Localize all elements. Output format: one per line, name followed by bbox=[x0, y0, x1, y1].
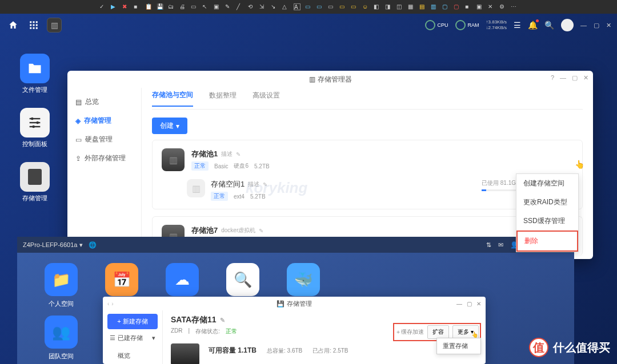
vm-icon[interactable]: ▭ bbox=[191, 3, 198, 10]
filesystem: ext4 bbox=[234, 193, 245, 200]
ctx-ssd-cache[interactable]: SSD缓存管理 bbox=[516, 212, 578, 230]
vm-icon[interactable]: ▢ bbox=[442, 3, 449, 10]
maximize-icon[interactable]: ▢ bbox=[572, 74, 578, 82]
minimize-icon[interactable]: — bbox=[456, 301, 462, 307]
cache-accel[interactable]: ＋缓存加速 bbox=[395, 328, 424, 336]
maximize-icon[interactable]: ▢ bbox=[594, 22, 599, 29]
chevron-down-icon[interactable]: ▾ bbox=[79, 241, 83, 249]
avatar[interactable] bbox=[561, 19, 574, 31]
vm-icon[interactable]: ↘ bbox=[271, 3, 278, 10]
edit-icon[interactable]: ✎ bbox=[263, 181, 267, 188]
apps-icon[interactable] bbox=[26, 18, 41, 33]
vm-icon[interactable]: ◨ bbox=[385, 3, 392, 10]
vm-icon[interactable]: ▣ bbox=[476, 3, 483, 10]
vm-icon[interactable]: ■ bbox=[134, 3, 141, 10]
vm-icon[interactable]: ▤ bbox=[419, 3, 426, 10]
app-icon: 📅 bbox=[105, 263, 138, 296]
help-icon[interactable]: ? bbox=[551, 74, 554, 82]
globe-icon[interactable]: 🌐 bbox=[89, 241, 97, 249]
vm-icon[interactable]: ⇲ bbox=[259, 3, 266, 10]
space-desc: 描述 bbox=[248, 180, 259, 188]
tab-pool-space[interactable]: 存储池与空间 bbox=[152, 90, 193, 107]
pool-disk-icon: ▥ bbox=[162, 148, 185, 171]
new-storage-button[interactable]: + 新建存储 bbox=[107, 314, 158, 329]
back-icon[interactable]: ‹ bbox=[107, 301, 109, 307]
dock-storage-manager[interactable]: 存储管理 bbox=[20, 162, 50, 203]
vm-icon[interactable]: ▣ bbox=[214, 3, 221, 10]
chevron-down-icon: ▾ bbox=[152, 334, 155, 342]
notification-icon[interactable]: 🔔 bbox=[528, 21, 538, 30]
cursor-pointer-icon: 👆 bbox=[471, 331, 478, 338]
vm-icon[interactable]: ╱ bbox=[237, 3, 243, 10]
vm-icon[interactable]: ▭ bbox=[305, 3, 312, 10]
vm-icon[interactable]: ◧ bbox=[374, 3, 380, 10]
vm-icon[interactable]: 🗂 bbox=[168, 3, 175, 10]
nav-disk[interactable]: ▭硬盘管理 bbox=[67, 130, 141, 149]
window-titlebar[interactable]: ‹ › 💾 存储管理 — ▢ ✕ bbox=[103, 297, 486, 310]
vm-icon[interactable]: ■ bbox=[465, 3, 472, 10]
vm-icon[interactable]: ▥ bbox=[431, 3, 438, 10]
svg-point-10 bbox=[31, 118, 34, 120]
vm-icon[interactable]: ✓ bbox=[99, 3, 106, 10]
vm-icon[interactable]: ✕ bbox=[488, 3, 495, 10]
vm-icon[interactable]: ⟲ bbox=[248, 3, 255, 10]
tab-advanced[interactable]: 高级设置 bbox=[253, 91, 280, 106]
minimize-icon[interactable]: — bbox=[560, 74, 566, 82]
create-button[interactable]: 创建▾ bbox=[152, 118, 187, 134]
vm-icon[interactable]: ⋯ bbox=[511, 3, 518, 10]
vm-icon[interactable]: ▭ bbox=[316, 3, 323, 10]
nav-overview[interactable]: ▤总览 bbox=[67, 92, 141, 111]
search-icon[interactable]: 🔍 bbox=[544, 21, 554, 30]
vm-icon[interactable]: ▶ bbox=[111, 3, 118, 10]
more-button[interactable]: 更多 ▾👆 bbox=[452, 325, 479, 339]
vm-icon[interactable]: ✖ bbox=[122, 3, 129, 10]
vm-icon[interactable]: 🖨 bbox=[179, 3, 186, 10]
mail-icon[interactable]: ✉ bbox=[498, 241, 503, 249]
vm-icon[interactable]: ✎ bbox=[225, 3, 232, 10]
reset-storage[interactable]: 重置存储 bbox=[437, 338, 480, 354]
vm-icon[interactable]: ▭ bbox=[339, 3, 346, 10]
nav-external[interactable]: ⇪外部存储管理 bbox=[67, 149, 141, 168]
vm-icon[interactable]: A bbox=[294, 3, 301, 10]
vm-icon[interactable]: 📋 bbox=[145, 3, 152, 10]
close-icon[interactable]: ✕ bbox=[606, 22, 611, 29]
close-icon[interactable]: ✕ bbox=[583, 74, 588, 82]
nav-storage[interactable]: ◈存储管理 bbox=[67, 111, 141, 130]
home-icon[interactable] bbox=[6, 18, 21, 33]
window-titlebar[interactable]: ▥ 存储管理器 ? — ▢ ✕ bbox=[67, 71, 593, 88]
close-icon[interactable]: ✕ bbox=[476, 301, 481, 307]
vm-icon[interactable]: △ bbox=[282, 3, 289, 10]
dock-control-panel[interactable]: 控制面板 bbox=[20, 108, 50, 148]
vm-icon[interactable]: 💾 bbox=[157, 3, 163, 10]
taskbar-storage-icon[interactable]: ▥ bbox=[47, 18, 62, 33]
edit-icon[interactable]: ✎ bbox=[236, 151, 241, 157]
expand-button[interactable]: 扩容 bbox=[427, 325, 449, 339]
ctx-create-space[interactable]: 创建存储空间 bbox=[516, 174, 578, 193]
dock-file-manager[interactable]: 文件管理 bbox=[20, 54, 50, 94]
vm-icon[interactable]: ▭ bbox=[351, 3, 358, 10]
dock-team-space[interactable]: 👥 团队空间 bbox=[45, 316, 78, 361]
vm-icon[interactable]: ⚙ bbox=[499, 3, 506, 10]
edit-icon[interactable]: ✎ bbox=[220, 317, 225, 324]
dock-personal-space[interactable]: 📁 个人空间 bbox=[45, 263, 78, 308]
total-label: 总容量: bbox=[267, 347, 286, 354]
nav-overview[interactable]: 概览 bbox=[107, 347, 158, 364]
vm-icon[interactable]: ◫ bbox=[396, 3, 403, 10]
search-icon: 🔍 bbox=[226, 263, 259, 296]
vm-icon[interactable]: ▢ bbox=[454, 3, 460, 10]
tab-data-cleanup[interactable]: 数据整理 bbox=[209, 91, 237, 106]
maximize-icon[interactable]: ▢ bbox=[467, 301, 472, 307]
minimize-icon[interactable]: — bbox=[580, 22, 587, 29]
edit-icon[interactable]: ✎ bbox=[259, 228, 263, 234]
vm-icon[interactable]: ▭ bbox=[328, 3, 335, 10]
forward-icon[interactable]: › bbox=[111, 301, 113, 307]
ctx-change-raid[interactable]: 更改RAID类型 bbox=[516, 193, 578, 212]
svg-point-14 bbox=[32, 126, 35, 128]
ctx-delete[interactable]: 删除 bbox=[516, 230, 578, 252]
nav-existing-storage[interactable]: ☰已建存储▾ bbox=[107, 329, 158, 347]
vm-icon[interactable]: ▦ bbox=[408, 3, 415, 10]
transfer-icon[interactable]: ⇅ bbox=[486, 241, 491, 249]
vm-icon[interactable]: ☺ bbox=[362, 3, 369, 10]
widgets-icon[interactable]: ☰ bbox=[514, 21, 521, 30]
vm-icon[interactable]: ↖ bbox=[202, 3, 209, 10]
